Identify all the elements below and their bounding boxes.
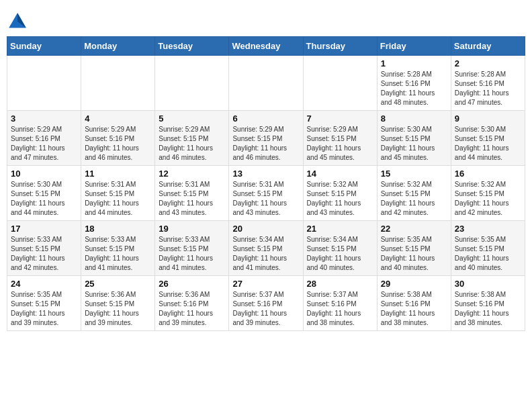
calendar-cell: 29 Sunrise: 5:38 AMSunset: 5:16 PMDaylig… — [377, 276, 451, 331]
calendar-cell: 21 Sunrise: 5:34 AMSunset: 5:15 PMDaylig… — [303, 221, 377, 276]
calendar-cell: 18 Sunrise: 5:33 AMSunset: 5:15 PMDaylig… — [81, 221, 155, 276]
weekday-header: Tuesday — [155, 37, 229, 56]
day-info: Sunrise: 5:30 AMSunset: 5:15 PMDaylight:… — [381, 125, 447, 163]
day-info: Sunrise: 5:33 AMSunset: 5:15 PMDaylight:… — [85, 235, 151, 273]
day-number: 7 — [307, 113, 373, 124]
day-info: Sunrise: 5:30 AMSunset: 5:15 PMDaylight:… — [455, 125, 521, 163]
day-info: Sunrise: 5:36 AMSunset: 5:15 PMDaylight:… — [85, 290, 151, 328]
calendar-cell: 10 Sunrise: 5:30 AMSunset: 5:15 PMDaylig… — [7, 166, 81, 221]
day-number: 10 — [11, 169, 77, 179]
day-info: Sunrise: 5:31 AMSunset: 5:15 PMDaylight:… — [232, 180, 299, 218]
day-number: 21 — [307, 224, 373, 234]
day-info: Sunrise: 5:35 AMSunset: 5:15 PMDaylight:… — [381, 235, 447, 273]
calendar-cell: 3 Sunrise: 5:29 AMSunset: 5:16 PMDayligh… — [7, 111, 81, 166]
calendar-cell: 8 Sunrise: 5:30 AMSunset: 5:15 PMDayligh… — [377, 111, 451, 166]
weekday-header: Friday — [377, 37, 451, 56]
day-number: 25 — [85, 279, 151, 289]
day-info: Sunrise: 5:38 AMSunset: 5:16 PMDaylight:… — [381, 290, 447, 328]
day-number: 23 — [455, 224, 521, 234]
calendar-cell: 22 Sunrise: 5:35 AMSunset: 5:15 PMDaylig… — [377, 221, 451, 276]
day-info: Sunrise: 5:32 AMSunset: 5:15 PMDaylight:… — [455, 180, 521, 218]
logo — [7, 11, 31, 32]
day-info: Sunrise: 5:30 AMSunset: 5:15 PMDaylight:… — [11, 180, 77, 218]
day-number: 4 — [85, 113, 151, 124]
page-header — [7, 7, 525, 32]
day-number: 28 — [307, 279, 373, 289]
day-info: Sunrise: 5:37 AMSunset: 5:16 PMDaylight:… — [232, 290, 299, 328]
day-number: 24 — [11, 279, 77, 289]
calendar-cell: 26 Sunrise: 5:36 AMSunset: 5:16 PMDaylig… — [155, 276, 229, 331]
calendar-week-row: 3 Sunrise: 5:29 AMSunset: 5:16 PMDayligh… — [7, 111, 525, 166]
calendar-cell: 6 Sunrise: 5:29 AMSunset: 5:15 PMDayligh… — [229, 111, 303, 166]
calendar-cell: 23 Sunrise: 5:35 AMSunset: 5:15 PMDaylig… — [451, 221, 525, 276]
calendar-cell: 25 Sunrise: 5:36 AMSunset: 5:15 PMDaylig… — [81, 276, 155, 331]
calendar-cell: 4 Sunrise: 5:29 AMSunset: 5:16 PMDayligh… — [81, 111, 155, 166]
day-number: 17 — [11, 224, 77, 234]
day-number: 27 — [232, 279, 299, 289]
day-info: Sunrise: 5:33 AMSunset: 5:15 PMDaylight:… — [159, 235, 225, 273]
weekday-header: Sunday — [7, 37, 81, 56]
day-number: 8 — [381, 113, 447, 124]
calendar-cell — [155, 56, 229, 111]
calendar-cell: 9 Sunrise: 5:30 AMSunset: 5:15 PMDayligh… — [451, 111, 525, 166]
day-info: Sunrise: 5:31 AMSunset: 5:15 PMDaylight:… — [85, 180, 151, 218]
calendar-cell: 15 Sunrise: 5:32 AMSunset: 5:15 PMDaylig… — [377, 166, 451, 221]
day-number: 18 — [85, 224, 151, 234]
day-info: Sunrise: 5:32 AMSunset: 5:15 PMDaylight:… — [307, 180, 373, 218]
day-number: 26 — [159, 279, 225, 289]
day-info: Sunrise: 5:38 AMSunset: 5:16 PMDaylight:… — [455, 290, 521, 328]
day-number: 5 — [159, 113, 225, 124]
day-info: Sunrise: 5:37 AMSunset: 5:16 PMDaylight:… — [307, 290, 373, 328]
day-info: Sunrise: 5:34 AMSunset: 5:15 PMDaylight:… — [232, 235, 299, 273]
weekday-header: Saturday — [451, 37, 525, 56]
calendar-cell: 19 Sunrise: 5:33 AMSunset: 5:15 PMDaylig… — [155, 221, 229, 276]
day-info: Sunrise: 5:35 AMSunset: 5:15 PMDaylight:… — [455, 235, 521, 273]
logo-icon — [7, 11, 28, 32]
calendar-cell: 2 Sunrise: 5:28 AMSunset: 5:16 PMDayligh… — [451, 56, 525, 111]
day-number: 19 — [159, 224, 225, 234]
day-info: Sunrise: 5:36 AMSunset: 5:16 PMDaylight:… — [159, 290, 225, 328]
day-number: 11 — [85, 169, 151, 179]
day-info: Sunrise: 5:32 AMSunset: 5:15 PMDaylight:… — [381, 180, 447, 218]
calendar-cell: 11 Sunrise: 5:31 AMSunset: 5:15 PMDaylig… — [81, 166, 155, 221]
day-number: 16 — [455, 169, 521, 179]
weekday-header: Wednesday — [229, 37, 303, 56]
day-number: 2 — [455, 58, 521, 68]
day-number: 3 — [11, 113, 77, 124]
calendar-cell: 24 Sunrise: 5:35 AMSunset: 5:15 PMDaylig… — [7, 276, 81, 331]
weekday-header: Monday — [81, 37, 155, 56]
calendar-week-row: 1 Sunrise: 5:28 AMSunset: 5:16 PMDayligh… — [7, 56, 525, 111]
day-info: Sunrise: 5:28 AMSunset: 5:16 PMDaylight:… — [381, 70, 447, 107]
calendar-cell — [81, 56, 155, 111]
day-number: 29 — [381, 279, 447, 289]
calendar-week-row: 24 Sunrise: 5:35 AMSunset: 5:15 PMDaylig… — [7, 276, 525, 331]
day-number: 6 — [232, 113, 299, 124]
calendar-header-row: SundayMondayTuesdayWednesdayThursdayFrid… — [7, 37, 525, 56]
calendar-table: SundayMondayTuesdayWednesdayThursdayFrid… — [7, 36, 525, 331]
day-info: Sunrise: 5:29 AMSunset: 5:15 PMDaylight:… — [307, 125, 373, 163]
day-number: 13 — [232, 169, 299, 179]
weekday-header: Thursday — [303, 37, 377, 56]
calendar-week-row: 17 Sunrise: 5:33 AMSunset: 5:15 PMDaylig… — [7, 221, 525, 276]
day-info: Sunrise: 5:29 AMSunset: 5:16 PMDaylight:… — [11, 125, 77, 163]
day-info: Sunrise: 5:29 AMSunset: 5:16 PMDaylight:… — [85, 125, 151, 163]
calendar-cell: 16 Sunrise: 5:32 AMSunset: 5:15 PMDaylig… — [451, 166, 525, 221]
day-info: Sunrise: 5:34 AMSunset: 5:15 PMDaylight:… — [307, 235, 373, 273]
day-info: Sunrise: 5:33 AMSunset: 5:15 PMDaylight:… — [11, 235, 77, 273]
calendar-cell: 13 Sunrise: 5:31 AMSunset: 5:15 PMDaylig… — [229, 166, 303, 221]
calendar-week-row: 10 Sunrise: 5:30 AMSunset: 5:15 PMDaylig… — [7, 166, 525, 221]
calendar-cell: 17 Sunrise: 5:33 AMSunset: 5:15 PMDaylig… — [7, 221, 81, 276]
calendar-cell: 5 Sunrise: 5:29 AMSunset: 5:15 PMDayligh… — [155, 111, 229, 166]
calendar-cell: 7 Sunrise: 5:29 AMSunset: 5:15 PMDayligh… — [303, 111, 377, 166]
calendar-cell: 30 Sunrise: 5:38 AMSunset: 5:16 PMDaylig… — [451, 276, 525, 331]
calendar-cell: 12 Sunrise: 5:31 AMSunset: 5:15 PMDaylig… — [155, 166, 229, 221]
day-number: 20 — [232, 224, 299, 234]
calendar-cell: 27 Sunrise: 5:37 AMSunset: 5:16 PMDaylig… — [229, 276, 303, 331]
calendar-cell — [229, 56, 303, 111]
calendar-cell: 14 Sunrise: 5:32 AMSunset: 5:15 PMDaylig… — [303, 166, 377, 221]
calendar-cell: 20 Sunrise: 5:34 AMSunset: 5:15 PMDaylig… — [229, 221, 303, 276]
day-info: Sunrise: 5:28 AMSunset: 5:16 PMDaylight:… — [455, 70, 521, 107]
day-info: Sunrise: 5:29 AMSunset: 5:15 PMDaylight:… — [232, 125, 299, 163]
day-info: Sunrise: 5:29 AMSunset: 5:15 PMDaylight:… — [159, 125, 225, 163]
calendar-cell — [7, 56, 81, 111]
